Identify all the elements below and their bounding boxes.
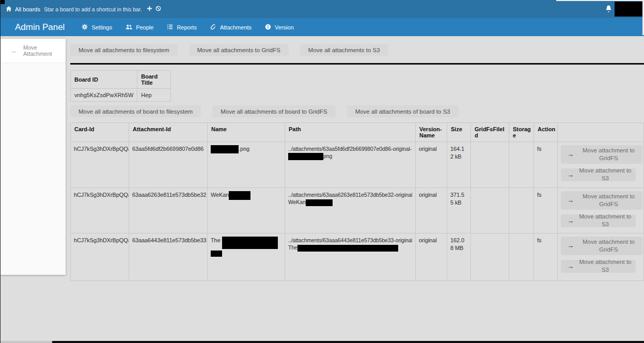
cell-attachment-id: 63aaa6263e811e573db5be32 [129, 188, 208, 233]
user-menu-redacted[interactable] [615, 2, 642, 17]
move-all-to-filesystem-button[interactable]: Move all attachments to filesystem [70, 44, 178, 56]
path-line2: The [288, 244, 412, 252]
move-all-to-gridfs-button[interactable]: Move all attachments to GridFS [189, 44, 289, 56]
tab-settings[interactable]: Settings [82, 24, 112, 31]
arrow-right-icon: → [10, 47, 17, 55]
path-line1: ../attachments/63aa5fd6df2b6699807e0d86-… [288, 145, 412, 152]
board-actions-row: Move all attachments of board to filesys… [70, 105, 644, 117]
tab-people[interactable]: People [125, 24, 153, 31]
path-text: The [288, 244, 297, 251]
cell-size: 371.55 kB [447, 188, 471, 233]
name-text: The [211, 237, 222, 243]
bottom-left-strip [1, 341, 52, 343]
col-storage: Storage [509, 123, 534, 142]
move-attachment-to-s3-button[interactable]: →Move attachment to S3 [561, 260, 636, 273]
main-content: Move all attachments to filesystem Move … [66, 36, 644, 281]
tab-reports[interactable]: Reports [167, 24, 197, 31]
board-title-header: Board Title [137, 71, 171, 89]
board-title-value: Hep [137, 89, 171, 102]
path-line1: ../attachments/63aaa6263e811e573db5be32-… [288, 191, 412, 198]
redaction-box [288, 153, 323, 160]
redaction-box [306, 199, 333, 206]
move-board-to-filesystem-button[interactable]: Move all attachments of board to filesys… [70, 105, 201, 117]
top-edge-artifact [556, 0, 644, 1]
divider-rule [70, 63, 644, 65]
cell-storage [509, 188, 534, 233]
board-id-header: Board ID [71, 71, 137, 89]
arrow-right-icon: → [567, 262, 574, 270]
tab-attachments[interactable]: Attachments [210, 24, 252, 31]
people-icon [125, 24, 132, 31]
move-s3-label: Move attachment to S3 [578, 213, 633, 228]
cell-card-id: hCJ7kSg3hDXrBpQQa [71, 233, 129, 281]
cell-version-name: original [416, 142, 447, 188]
col-gridfs-file-id: GridFsFileId [471, 123, 509, 142]
redaction-box [211, 251, 222, 257]
list-icon [167, 24, 173, 31]
path-line1: ../attachments/63aaa6443e811e573db5be33-… [288, 237, 412, 244]
move-attachment-to-gridfs-button[interactable]: →Move attachment to GridFS [561, 191, 642, 210]
all-boards-link[interactable]: All boards [6, 0, 40, 18]
move-gridfs-label: Move attachment to GridFS [578, 238, 639, 254]
path-line2: png [288, 152, 412, 160]
tab-version[interactable]: Version [265, 24, 294, 31]
bottom-black-bar [52, 341, 644, 343]
redaction-box [211, 145, 239, 153]
move-gridfs-label: Move attachment to GridFS [578, 193, 639, 208]
move-attachment-to-s3-button[interactable]: →Move attachment to S3 [561, 214, 636, 227]
move-s3-label: Move attachment to S3 [578, 258, 633, 274]
page-title: Admin Panel [15, 22, 65, 33]
sidebar-item-move-attachment[interactable]: → Move Attachment [1, 39, 66, 63]
notifications-bell-icon[interactable] [605, 5, 612, 14]
col-action: Action [534, 123, 558, 142]
arrow-right-icon: → [567, 196, 574, 204]
name-text: .png [239, 146, 249, 152]
cell-name: The [208, 233, 285, 281]
path-text: png [323, 153, 332, 159]
redaction-box [222, 237, 278, 249]
tab-attachments-label: Attachments [220, 24, 252, 30]
col-name: Name [208, 123, 285, 142]
move-gridfs-label: Move attachment to GridFS [578, 147, 639, 162]
col-version-name: Version-Name [416, 123, 447, 142]
cell-gridfs-file-id [471, 188, 509, 233]
move-all-to-s3-button[interactable]: Move all attachments to S3 [300, 44, 388, 56]
ban-icon [155, 6, 161, 12]
body-region: → Move Attachment Move all attachments t… [1, 36, 644, 281]
star-board-hint-text: Star a board to add a shortcut in this b… [44, 6, 142, 12]
move-board-to-s3-button[interactable]: Move all attachments of board to S3 [347, 105, 459, 117]
cell-attachment-id: 63aaa6443e811e573db5be33 [129, 233, 208, 281]
move-attachment-to-s3-button[interactable]: →Move attachment to S3 [561, 168, 636, 181]
all-boards-label: All boards [15, 6, 40, 12]
board-info-table: Board ID Board Title vnhg5KsZsdPwXRh5W H… [70, 70, 171, 102]
cell-card-id: hCJ7kSg3hDXrBpQQa [71, 188, 129, 233]
tab-reports-label: Reports [177, 24, 197, 30]
col-attachment-id: Attachment-Id [129, 123, 208, 142]
admin-panel-page: All boards Star a board to add a shortcu… [0, 0, 644, 343]
cell-card-id: hCJ7kSg3hDXrBpQQa [71, 142, 129, 188]
move-s3-label: Move attachment to S3 [578, 167, 633, 182]
col-path: Path [285, 123, 416, 142]
admin-nav: Settings People Reports Attachments [82, 24, 293, 31]
sidebar-item-label: Move Attachment [23, 44, 66, 57]
cell-version-name: original [416, 188, 447, 233]
move-attachment-to-gridfs-button[interactable]: →Move attachment to GridFS [561, 145, 642, 164]
paperclip-icon [210, 24, 216, 31]
tab-people-label: People [136, 24, 153, 30]
cell-size: 164.12 kB [447, 142, 471, 188]
move-attachment-to-gridfs-button[interactable]: →Move attachment to GridFS [561, 237, 642, 255]
cell-row-buttons: →Move attachment to GridFS →Move attachm… [558, 142, 644, 188]
col-buttons [558, 123, 644, 142]
move-board-to-gridfs-button[interactable]: Move all attachments of board to GridFS [212, 105, 335, 117]
attachment-row: hCJ7kSg3hDXrBpQQa 63aa5fd6df2b6699807e0d… [71, 142, 644, 188]
plus-cross-icon [147, 6, 152, 12]
redaction-box [297, 245, 398, 252]
cell-path: ../attachments/63aaa6263e811e573db5be32-… [285, 188, 416, 233]
home-icon [6, 6, 12, 13]
redaction-box [229, 191, 250, 200]
cell-path: ../attachments/63aaa6443e811e573db5be33-… [285, 233, 416, 281]
attachment-row: hCJ7kSg3hDXrBpQQa 63aaa6263e811e573db5be… [71, 188, 644, 233]
col-card-id: Card-Id [71, 123, 129, 142]
star-board-hint: Star a board to add a shortcut in this b… [44, 0, 161, 18]
cell-action-value: fs [534, 188, 558, 233]
